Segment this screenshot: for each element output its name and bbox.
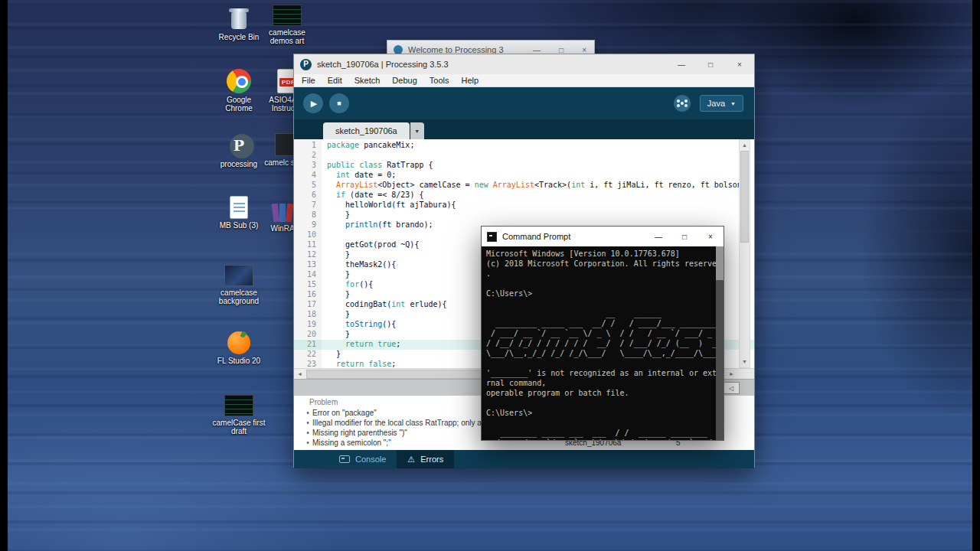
code-line[interactable]: public class RatTrapp { — [322, 161, 754, 171]
maximize-icon[interactable]: □ — [559, 46, 564, 54]
menu-edit[interactable]: Edit — [328, 76, 342, 85]
cmd-window-title: Command Prompt — [502, 232, 570, 241]
scroll-down-icon[interactable]: ▼ — [740, 357, 750, 367]
code-line[interactable]: int date = 0; — [322, 171, 754, 181]
menu-sketch[interactable]: Sketch — [354, 76, 381, 85]
ide-footer: Console ⚠ Errors — [294, 450, 754, 468]
minimize-icon[interactable]: — — [667, 54, 696, 74]
run-button[interactable]: ▶ — [303, 93, 323, 113]
desktop: Recycle Bincamelcase demos artGoogle Chr… — [0, 0, 980, 551]
code-line[interactable]: package pancakeMix; — [322, 141, 754, 151]
gutter-line-number: 15 — [294, 280, 322, 290]
vertical-scroll-thumb[interactable] — [740, 151, 749, 243]
close-icon[interactable]: × — [582, 46, 586, 54]
toolbar-right: Java ▼ — [674, 95, 754, 112]
cmd-line: C:\Users\> — [486, 408, 716, 418]
gutter-line-number: 10 — [294, 230, 322, 240]
cmd-line: (c) 2018 Microsoft Corporation. All righ… — [486, 259, 716, 269]
horizontal-scroll-thumb[interactable] — [306, 370, 482, 379]
close-icon[interactable]: × — [697, 227, 724, 246]
tab-console[interactable]: Console — [328, 450, 397, 468]
menu-debug[interactable]: Debug — [392, 76, 416, 85]
scroll-left-icon[interactable]: ◄ — [294, 369, 305, 380]
desktop-icon-label: Google Chrome — [212, 96, 266, 112]
gutter-line-number: 1 — [294, 141, 322, 151]
menu-file[interactable]: File — [302, 76, 315, 85]
tab-menu-button[interactable]: ▼ — [410, 122, 424, 139]
book-red — [286, 204, 294, 223]
code-line[interactable]: ArrayList<Object> camelCase = new ArrayL… — [322, 181, 754, 191]
letterbox-left — [0, 0, 8, 551]
processing-app-icon: P — [300, 59, 312, 70]
collapse-panel-button[interactable]: ◁ — [723, 382, 740, 394]
menu-tools[interactable]: Tools — [430, 76, 449, 85]
debug-button[interactable] — [674, 95, 691, 112]
desktop-icon-google-chrome[interactable]: Google Chrome — [212, 69, 266, 112]
cmd-titlebar[interactable]: Command Prompt — □ × — [482, 227, 724, 246]
tab-errors[interactable]: ⚠ Errors — [397, 450, 454, 468]
gutter-line-number: 3 — [294, 161, 322, 171]
stop-button[interactable]: ■ — [329, 93, 349, 113]
code-line[interactable] — [322, 151, 754, 161]
mode-dropdown[interactable]: Java ▼ — [700, 95, 743, 112]
mode-label: Java — [707, 99, 725, 108]
cmd-scrollbar[interactable] — [716, 246, 724, 440]
gutter-line-number: 4 — [294, 171, 322, 181]
desktop-icon-camelcase-demos-art[interactable]: camelcase demos art — [260, 5, 314, 45]
cmd-scroll-thumb[interactable] — [716, 246, 724, 280]
desktop-icon-processing[interactable]: Pprocessing — [212, 133, 266, 168]
gutter-line-number: 8 — [294, 210, 322, 220]
line-number-gutter: 1234567891011121314151617181920212223 — [294, 139, 322, 368]
gutter-line-number: 20 — [294, 330, 322, 340]
code-line[interactable]: } — [322, 210, 754, 220]
gutter-line-number: 7 — [294, 201, 322, 210]
cmd-line — [486, 418, 716, 428]
desktop-icon-label: Recycle Bin — [212, 33, 266, 41]
window-title: sketch_190706a | Processing 3.5.3 — [317, 60, 449, 69]
code-line[interactable]: if (date =< 8/23) { — [322, 191, 754, 201]
desktop-icon-camelcase-background[interactable]: camelcase background — [212, 265, 266, 305]
gutter-line-number: 9 — [294, 220, 322, 230]
thumb-dark-icon — [224, 395, 253, 416]
play-icon: ▶ — [311, 99, 317, 108]
desktop-icon-camelcase-first-draft[interactable]: camelCase first draft — [212, 395, 266, 435]
scroll-up-icon[interactable]: ▲ — [740, 140, 750, 151]
minimize-icon[interactable]: — — [645, 227, 671, 246]
cmd-line: _________ _____ ___ __/ / / ____/___ ___… — [486, 318, 716, 328]
cmd-line — [486, 358, 716, 368]
cmd-app-icon — [487, 232, 497, 242]
warning-icon: ⚠ — [407, 455, 415, 464]
gutter-line-number: 13 — [294, 260, 322, 270]
gutter-line-number: 21 — [294, 340, 322, 350]
ide-tabbar: sketch_190706a ▼ — [294, 119, 754, 139]
desktop-icon-recycle-bin[interactable]: Recycle Bin — [212, 5, 266, 41]
chevron-down-icon: ▼ — [414, 129, 420, 134]
collapse-left-icon: ◁ — [729, 385, 733, 392]
ide-menubar: FileEditSketchDebugToolsHelp — [294, 74, 754, 87]
cmd-line: ________ _____ ___ ___ / / ______ ______… — [486, 428, 716, 438]
chrome-dot — [238, 78, 246, 86]
ide-titlebar[interactable]: P sketch_190706a | Processing 3.5.3 — □ … — [294, 54, 754, 74]
bin-body — [231, 12, 247, 29]
gutter-line-number: 17 — [294, 300, 322, 310]
cmd-line: operable program or batch file. — [486, 388, 716, 398]
tab-sketch[interactable]: sketch_190706a — [323, 122, 410, 139]
code-line[interactable]: helloWorld(ft ajTabura){ — [322, 201, 754, 210]
doc-icon — [230, 196, 248, 219]
debug-butterfly-icon — [681, 102, 684, 105]
chevron-down-icon: ▼ — [730, 101, 736, 106]
console-tab-label: Console — [355, 455, 386, 464]
gutter-line-number: 22 — [294, 350, 322, 360]
doc-line — [234, 210, 245, 212]
maximize-icon[interactable]: □ — [671, 227, 697, 246]
desktop-icon-label: processing — [212, 160, 266, 168]
desktop-icon-fl-studio-20[interactable]: FL Studio 20 — [212, 331, 266, 365]
editor-vertical-scrollbar[interactable]: ▲ ▼ — [739, 139, 750, 368]
close-icon[interactable]: × — [725, 54, 754, 74]
menu-help[interactable]: Help — [461, 76, 479, 85]
minimize-icon[interactable]: — — [533, 46, 541, 54]
scroll-right-icon[interactable]: ► — [726, 369, 737, 380]
bullet-icon: • — [303, 409, 312, 417]
maximize-icon[interactable]: □ — [696, 54, 725, 74]
cmd-output[interactable]: Microsoft Windows [Version 10.0.17763.67… — [482, 246, 716, 440]
